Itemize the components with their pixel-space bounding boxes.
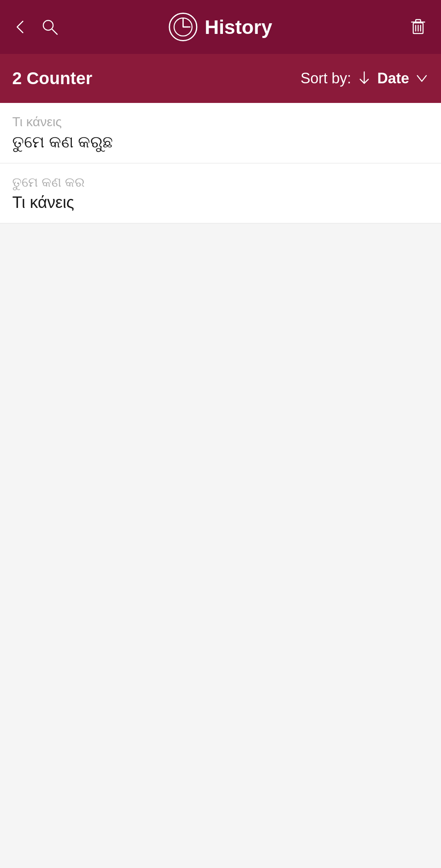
sort-dropdown-button[interactable] [415,71,429,85]
delete-button[interactable] [408,16,429,38]
history-item-source: ତୁମେ କଣ କର [12,175,429,190]
back-button[interactable] [12,19,29,35]
history-item-translation: ତୁମେ କଣ କରୁଛ [12,133,429,152]
header-center: History [169,13,272,41]
sort-direction-icon [357,70,372,87]
search-button[interactable] [41,18,59,36]
counter-label: 2 Counter [12,69,92,88]
list-item[interactable]: Τι κάνειςତୁମେ କଣ କରୁଛ [0,103,441,163]
sort-by-label: Sort by: [301,70,351,87]
history-item-translation: Τι κάνεις [12,193,429,212]
header-right-actions [408,16,429,38]
list-item[interactable]: ତୁମେ କଣ କରΤι κάνεις [0,163,441,223]
clock-icon [169,13,197,41]
app-header: History [0,0,441,54]
sort-controls: Sort by: Date [301,70,429,87]
header-left-actions [12,18,59,36]
svg-line-1 [52,29,57,34]
history-item-source: Τι κάνεις [12,114,429,129]
sort-bar: 2 Counter Sort by: Date [0,54,441,103]
sort-date-label: Date [377,70,409,87]
history-list: Τι κάνειςତୁମେ କଣ କରୁଛତୁମେ କଣ କରΤι κάνεις [0,103,441,223]
svg-point-0 [43,20,53,30]
svg-point-2 [174,18,192,36]
page-title: History [205,16,272,38]
